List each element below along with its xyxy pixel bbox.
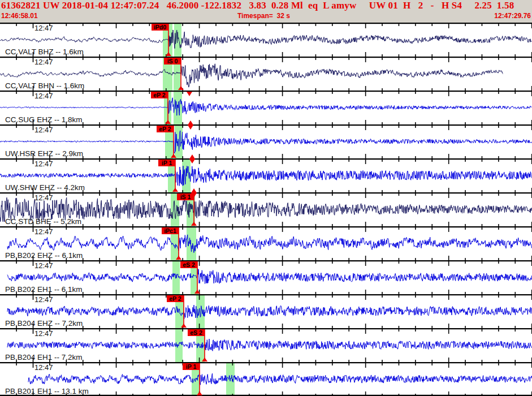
trace-panel-4[interactable]: eP 212:47UW.HSR EHZ -- 2.9km bbox=[0, 124, 532, 158]
panel-border bbox=[0, 260, 532, 261]
timespan-bar: 12:46:58.01 Timespan= 32 s 12:47:29.76 bbox=[0, 11, 532, 21]
panel-border bbox=[0, 294, 532, 295]
event-header: 61362821 UW 2018-01-04 12:47:07.24 46.20… bbox=[0, 0, 532, 23]
pick-flag-label: eP 2 bbox=[159, 126, 171, 132]
panel-border bbox=[0, 23, 532, 24]
panel-border bbox=[0, 192, 532, 193]
trace-panel-2[interactable]: iS 012:47CC.VALT BHN -- 1.6km bbox=[0, 57, 532, 91]
seismic-review-window: 61362821 UW 2018-01-04 12:47:07.24 46.20… bbox=[0, 0, 532, 396]
pick-flag-label: eS 2 bbox=[190, 329, 202, 336]
pick-flag-label: iP 1 bbox=[162, 160, 172, 166]
trace-panel-5[interactable]: iP 112:47UW.SHW EHZ -- 4.2km bbox=[0, 158, 532, 192]
pick-flag-label: iS 0 bbox=[167, 58, 178, 64]
pick-flag-label: iS 1 bbox=[180, 193, 191, 200]
seismogram-waveform[interactable] bbox=[7, 235, 532, 253]
seismogram-waveform[interactable] bbox=[0, 30, 532, 49]
trace-panel-11[interactable]: iP 112:47PB.B201 EH1 -- 13.1 km bbox=[0, 362, 532, 396]
timespan-label: Timespan= 32 s bbox=[237, 12, 290, 20]
seismogram-waveform[interactable] bbox=[0, 98, 532, 115]
station-channel-label: UW.HSR EHZ -- 2.9km bbox=[5, 149, 83, 158]
trace-panel-10[interactable]: eS 212:47PB.B204 EH1 -- 7.2km bbox=[0, 328, 532, 362]
seismogram-waveform[interactable] bbox=[7, 269, 532, 284]
minute-label: 12:47 bbox=[34, 227, 53, 236]
minute-label: 12:47 bbox=[34, 24, 53, 32]
minute-label: 12:47 bbox=[34, 295, 53, 304]
minute-label: 12:47 bbox=[34, 329, 53, 338]
pick-flag-label: eS 2 bbox=[183, 261, 195, 268]
trace-panel-6[interactable]: iS 112:47CC.STD BHE -- 5.2km bbox=[0, 192, 532, 226]
panel-border bbox=[0, 91, 532, 92]
station-channel-label: CC.SUG EHZ -- 1.8km bbox=[5, 115, 83, 124]
arrival-marker-down bbox=[187, 92, 192, 96]
station-channel-label: PB.B201 EH1 -- 13.1 km bbox=[5, 387, 89, 395]
panel-border bbox=[0, 362, 532, 363]
minute-label: 12:47 bbox=[34, 261, 53, 270]
station-channel-label: CC.STD BHE -- 5.2km bbox=[5, 217, 81, 226]
pick-flag-label: iPd0 bbox=[154, 24, 166, 31]
pick-flag-label: eP 2 bbox=[169, 295, 181, 302]
pick-flag-label: iP 1 bbox=[186, 363, 197, 370]
minute-label: 12:47 bbox=[34, 193, 53, 202]
seismogram-waveform[interactable] bbox=[28, 373, 532, 385]
seismogram-waveform[interactable] bbox=[7, 339, 532, 351]
station-channel-label: PB.B204 EH1 -- 7.2km bbox=[5, 353, 83, 361]
trace-panel-8[interactable]: eS 212:47PB.B202 EH1 -- 6.1km bbox=[0, 260, 532, 294]
station-channel-label: CC.VALT BHN -- 1.6km bbox=[5, 81, 84, 90]
pick-uncertainty-band bbox=[174, 92, 182, 124]
trace-panel-9[interactable]: eP 212:47PB.B204 EHZ -- 7.2km bbox=[0, 294, 532, 328]
panel-border bbox=[0, 158, 532, 160]
minute-label: 12:47 bbox=[34, 126, 53, 134]
trace-panel-7[interactable]: iPc112:47PB.B202 EHZ -- 6.1km bbox=[0, 226, 532, 260]
panel-border bbox=[0, 328, 532, 329]
minute-label: 12:47 bbox=[34, 92, 53, 100]
trace-panel-3[interactable]: eP 212:47CC.SUG EHZ -- 1.8km bbox=[0, 91, 532, 124]
window-start-time: 12:46:58.01 bbox=[1, 12, 38, 20]
seismogram-waveform[interactable] bbox=[7, 305, 532, 318]
panel-border bbox=[0, 226, 532, 227]
minute-label: 12:47 bbox=[34, 160, 53, 168]
station-channel-label: CC.VALT BHZ -- 1.6km bbox=[5, 48, 84, 56]
minute-label: 12:47 bbox=[34, 58, 53, 66]
event-summary-line: 61362821 UW 2018-01-04 12:47:07.24 46.20… bbox=[1, 0, 532, 11]
station-channel-label: PB.B202 EHZ -- 6.1km bbox=[5, 251, 83, 260]
minute-label: 12:47 bbox=[34, 363, 53, 372]
trace-panel-1[interactable]: iPd012:47CC.VALT BHZ -- 1.6km bbox=[0, 23, 532, 57]
station-channel-label: UW.SHW EHZ -- 4.2km bbox=[5, 183, 85, 192]
panel-border bbox=[0, 124, 532, 126]
station-channel-label: PB.B204 EHZ -- 7.2km bbox=[5, 319, 83, 328]
station-channel-label: PB.B202 EH1 -- 6.1km bbox=[5, 285, 83, 294]
window-end-time: 12:47:29.76 bbox=[494, 12, 531, 20]
pick-flag-label: iPc1 bbox=[164, 227, 176, 234]
panel-border bbox=[0, 57, 532, 58]
pick-flag-label: eP 2 bbox=[153, 92, 166, 98]
